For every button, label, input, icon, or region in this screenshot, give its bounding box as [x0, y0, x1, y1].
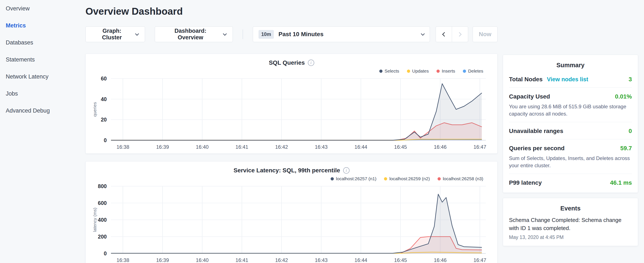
service-latency-chart-card: Service Latency: SQL, 99th percentile i …	[86, 161, 498, 263]
sidebar-item-network-latency[interactable]: Network Latency	[0, 68, 86, 85]
summary-row-capacity-used: Capacity Used 0.01% You are using 28.6 M…	[509, 88, 632, 122]
summary-label: Unavailable ranges	[509, 128, 563, 134]
legend-dot-icon	[384, 177, 387, 180]
svg-text:16:45: 16:45	[394, 144, 407, 150]
sidebar-item-statements[interactable]: Statements	[0, 51, 86, 68]
sidebar-item-metrics[interactable]: Metrics	[0, 17, 86, 34]
sidebar-item-overview[interactable]: Overview	[0, 0, 86, 17]
svg-text:16:44: 16:44	[354, 257, 367, 263]
legend-item: localhost:26258 (n3)	[438, 176, 483, 181]
service-latency-chart[interactable]: 020040060080016:3816:3916:4016:4116:4216…	[91, 183, 492, 263]
event-timestamp: May 13, 2020 at 4:45 PM	[509, 234, 632, 240]
sql-queries-chart-card: SQL Queries i SelectsUpdatesInsertsDelet…	[86, 54, 498, 154]
legend-dot-icon	[330, 177, 334, 180]
svg-text:16:39: 16:39	[156, 144, 169, 150]
summary-row-unavailable-ranges: Unavailable ranges 0	[509, 122, 632, 139]
dashboard-controls: Graph: Cluster Dashboard: Overview 10m P…	[86, 26, 498, 42]
summary-label: Queries per second	[509, 145, 564, 152]
time-step-buttons	[436, 26, 468, 42]
chevron-right-icon	[457, 32, 462, 36]
controls-divider	[242, 29, 243, 39]
chevron-down-icon	[223, 32, 227, 36]
info-icon[interactable]: i	[308, 60, 314, 66]
summary-label: P99 latency	[509, 179, 542, 186]
chart-legend: SelectsUpdatesInsertsDeletes	[91, 68, 492, 75]
chart-title: Service Latency: SQL, 99th percentile	[234, 167, 340, 174]
legend-item: Updates	[407, 69, 429, 74]
svg-text:16:47: 16:47	[474, 257, 486, 263]
sidebar-item-databases[interactable]: Databases	[0, 34, 86, 51]
legend-dot-icon	[438, 177, 441, 180]
dashboard-dropdown-label: Dashboard: Overview	[161, 28, 220, 41]
right-sidebar: Summary Total Nodes View nodes list 3 Ca…	[503, 0, 638, 263]
svg-text:40: 40	[101, 96, 107, 102]
svg-text:200: 200	[98, 234, 107, 239]
sidebar-item-jobs[interactable]: Jobs	[0, 85, 86, 102]
summary-label: Capacity Used	[509, 93, 550, 100]
legend-item: Inserts	[436, 69, 455, 74]
svg-text:0: 0	[104, 137, 107, 143]
legend-dot-icon	[463, 70, 466, 73]
event-item[interactable]: Schema Change Completed: Schema change w…	[509, 216, 632, 240]
summary-value: 0.01%	[615, 93, 632, 100]
chart-title-row: Service Latency: SQL, 99th percentile i	[91, 166, 492, 175]
svg-text:16:46: 16:46	[434, 144, 446, 150]
svg-text:queries: queries	[92, 102, 97, 117]
svg-text:400: 400	[98, 217, 107, 223]
time-next-button[interactable]	[452, 26, 468, 42]
svg-text:16:40: 16:40	[196, 257, 208, 263]
now-button[interactable]: Now	[473, 26, 498, 42]
legend-dot-icon	[436, 70, 440, 73]
summary-row-total-nodes: Total Nodes View nodes list 3	[509, 70, 632, 88]
sql-queries-chart[interactable]: 020406016:3816:3916:4016:4116:4216:4316:…	[91, 76, 492, 151]
sidebar: Overview Metrics Databases Statements Ne…	[0, 0, 86, 263]
svg-text:16:39: 16:39	[156, 257, 169, 263]
svg-text:16:40: 16:40	[196, 144, 208, 150]
legend-dot-icon	[407, 70, 410, 73]
legend-dot-icon	[379, 70, 382, 73]
svg-text:16:38: 16:38	[116, 257, 129, 263]
svg-text:0: 0	[104, 250, 107, 256]
legend-item: Deletes	[463, 69, 483, 74]
page-title: Overview Dashboard	[86, 6, 498, 17]
view-nodes-list-link[interactable]: View nodes list	[547, 76, 588, 83]
time-range-label: Past 10 Minutes	[278, 31, 324, 38]
summary-row-p99-latency: P99 latency 46.1 ms	[509, 174, 632, 191]
svg-text:16:38: 16:38	[116, 144, 129, 150]
time-window-badge: 10m	[258, 30, 274, 39]
dashboard-dropdown[interactable]: Dashboard: Overview	[155, 26, 233, 42]
time-range-dropdown[interactable]: 10m Past 10 Minutes	[253, 26, 430, 42]
graph-scope-label: Graph: Cluster	[92, 28, 132, 41]
svg-text:16:47: 16:47	[474, 144, 486, 150]
chevron-down-icon	[421, 32, 424, 36]
svg-text:16:46: 16:46	[434, 257, 446, 263]
summary-value: 0	[628, 128, 632, 134]
svg-text:16:44: 16:44	[354, 144, 367, 150]
svg-text:16:43: 16:43	[315, 144, 328, 150]
chevron-down-icon	[135, 32, 139, 36]
summary-value: 46.1 ms	[610, 179, 632, 186]
summary-value: 3	[628, 76, 632, 83]
svg-text:800: 800	[98, 183, 107, 189]
svg-text:16:41: 16:41	[236, 257, 248, 263]
summary-panel: Summary Total Nodes View nodes list 3 Ca…	[503, 55, 638, 193]
events-panel: Events Schema Change Completed: Schema c…	[503, 198, 638, 246]
summary-description: You are using 28.6 MiB of 515.9 GiB usab…	[509, 103, 632, 117]
event-text: Schema Change Completed: Schema change w…	[509, 216, 632, 232]
svg-text:16:43: 16:43	[315, 257, 328, 263]
svg-text:16:42: 16:42	[275, 257, 288, 263]
graph-scope-dropdown[interactable]: Graph: Cluster	[86, 26, 145, 42]
app-root: Overview Metrics Databases Statements Ne…	[0, 0, 644, 263]
info-icon[interactable]: i	[343, 167, 350, 174]
legend-item: localhost:26257 (n1)	[330, 176, 376, 181]
svg-text:16:42: 16:42	[275, 144, 288, 150]
chevron-left-icon	[442, 32, 447, 36]
chart-legend: localhost:26257 (n1)localhost:26259 (n2)…	[91, 175, 492, 182]
sidebar-item-advanced-debug[interactable]: Advanced Debug	[0, 102, 86, 119]
summary-description: Sum of Selects, Updates, Inserts, and De…	[509, 155, 632, 169]
summary-title: Summary	[509, 62, 632, 69]
time-prev-button[interactable]	[436, 26, 452, 42]
svg-text:latency (ms): latency (ms)	[92, 208, 97, 232]
legend-item: localhost:26259 (n2)	[384, 176, 430, 181]
svg-text:20: 20	[101, 117, 107, 123]
